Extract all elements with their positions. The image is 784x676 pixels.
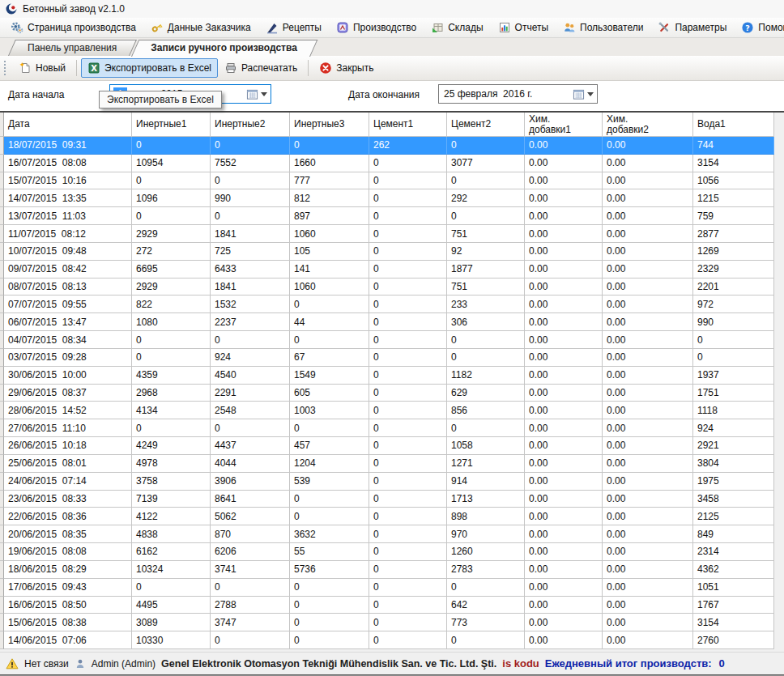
- table-cell[interactable]: 0: [447, 349, 525, 367]
- table-cell[interactable]: 0: [211, 137, 290, 155]
- table-cell[interactable]: 4978: [132, 455, 211, 473]
- table-cell[interactable]: 6433: [211, 261, 290, 278]
- table-cell[interactable]: 0: [290, 508, 369, 525]
- table-cell[interactable]: 5736: [290, 561, 369, 579]
- table-cell[interactable]: 0.00: [525, 367, 603, 385]
- table-cell[interactable]: 924: [211, 349, 290, 367]
- table-cell[interactable]: 06/07/2015 13:47: [4, 313, 132, 331]
- chevron-down-icon[interactable]: [587, 92, 594, 100]
- table-cell[interactable]: 1751: [693, 385, 774, 402]
- table-cell[interactable]: 0: [447, 631, 525, 649]
- table-cell[interactable]: 6206: [211, 543, 290, 561]
- table-cell[interactable]: 1182: [447, 367, 525, 385]
- table-cell[interactable]: 0.00: [525, 349, 603, 367]
- table-cell[interactable]: 4249: [132, 437, 211, 455]
- table-cell[interactable]: 0.00: [603, 473, 693, 491]
- column-header[interactable]: Инертные1: [132, 113, 211, 137]
- table-cell[interactable]: 67: [290, 349, 369, 367]
- new-button[interactable]: Новый: [12, 58, 72, 78]
- table-cell[interactable]: 3804: [693, 455, 774, 473]
- table-cell[interactable]: 1204: [290, 455, 369, 473]
- table-cell[interactable]: 1549: [290, 367, 369, 385]
- table-cell[interactable]: 3741: [211, 561, 290, 579]
- menu-item-reports[interactable]: Отчеты: [491, 19, 556, 36]
- table-cell[interactable]: 0: [290, 295, 369, 313]
- table-cell[interactable]: 29/06/2015 08:37: [4, 385, 132, 402]
- table-cell[interactable]: 0: [369, 261, 447, 278]
- table-cell[interactable]: 1660: [290, 155, 369, 172]
- table-cell[interactable]: 0.00: [603, 491, 693, 508]
- table-cell[interactable]: 10324: [132, 561, 211, 579]
- table-cell[interactable]: 0: [369, 473, 447, 491]
- chevron-down-icon[interactable]: [261, 92, 267, 100]
- table-cell[interactable]: 0.00: [603, 172, 693, 190]
- table-cell[interactable]: 0.00: [603, 295, 693, 313]
- table-cell[interactable]: 0: [211, 331, 290, 349]
- table-cell[interactable]: 1215: [693, 189, 774, 207]
- table-cell[interactable]: 30/06/2015 10:00: [4, 367, 132, 385]
- table-cell[interactable]: 2201: [693, 278, 774, 296]
- table-cell[interactable]: 751: [447, 278, 525, 296]
- table-cell[interactable]: 1841: [211, 278, 290, 296]
- table-cell[interactable]: 92: [447, 243, 525, 261]
- table-cell[interactable]: 0: [447, 331, 525, 349]
- table-cell[interactable]: 16/07/2015 08:08: [4, 155, 132, 172]
- table-cell[interactable]: 898: [447, 508, 525, 525]
- table-cell[interactable]: 2237: [211, 313, 290, 331]
- table-cell[interactable]: 0.00: [603, 367, 693, 385]
- table-cell[interactable]: 55: [290, 543, 369, 561]
- table-cell[interactable]: 0.00: [525, 543, 603, 561]
- table-cell[interactable]: 0: [211, 631, 290, 649]
- table-cell[interactable]: 0.00: [603, 631, 693, 649]
- table-cell[interactable]: 0: [369, 155, 447, 172]
- table-cell[interactable]: 44: [290, 313, 369, 331]
- table-cell[interactable]: 13/07/2015 11:03: [4, 207, 132, 225]
- table-cell[interactable]: 0: [369, 631, 447, 649]
- table-cell[interactable]: 0: [369, 614, 447, 631]
- table-cell[interactable]: 0.00: [525, 172, 603, 190]
- table-cell[interactable]: 0: [290, 491, 369, 508]
- table-cell[interactable]: 3632: [290, 525, 369, 543]
- table-cell[interactable]: 0.00: [525, 491, 603, 508]
- table-cell[interactable]: 0: [447, 207, 525, 225]
- table-cell[interactable]: 0.00: [525, 137, 603, 155]
- table-cell[interactable]: 0.00: [603, 225, 693, 243]
- table-cell[interactable]: 1271: [447, 455, 525, 473]
- table-cell[interactable]: 0: [447, 137, 525, 155]
- menu-item-parameters[interactable]: Параметры: [650, 19, 734, 36]
- table-cell[interactable]: 0: [369, 385, 447, 402]
- table-cell[interactable]: 0.00: [525, 508, 603, 525]
- table-cell[interactable]: 28/06/2015 14:52: [4, 402, 132, 419]
- table-cell[interactable]: 4838: [132, 525, 211, 543]
- table-cell[interactable]: 3077: [447, 155, 525, 172]
- table-cell[interactable]: 0.00: [525, 278, 603, 296]
- table-cell[interactable]: 272: [132, 243, 211, 261]
- table-cell[interactable]: 306: [447, 313, 525, 331]
- table-cell[interactable]: 751: [447, 225, 525, 243]
- table-cell[interactable]: 0: [132, 172, 211, 190]
- table-cell[interactable]: 0.00: [603, 508, 693, 525]
- table-cell[interactable]: 2125: [693, 508, 774, 525]
- menu-item-users[interactable]: Пользователи: [556, 19, 650, 36]
- table-cell[interactable]: 0: [132, 331, 211, 349]
- table-cell[interactable]: 970: [447, 525, 525, 543]
- table-cell[interactable]: 0: [369, 349, 447, 367]
- table-cell[interactable]: 03/07/2015 09:28: [4, 349, 132, 367]
- table-cell[interactable]: 1877: [447, 261, 525, 278]
- column-header[interactable]: Цемент1: [369, 113, 447, 137]
- table-cell[interactable]: 5062: [211, 508, 290, 525]
- table-cell[interactable]: 0: [369, 278, 447, 296]
- table-cell[interactable]: 0.00: [603, 331, 693, 349]
- table-cell[interactable]: 4495: [132, 597, 211, 614]
- table-cell[interactable]: 1060: [290, 278, 369, 296]
- table-cell[interactable]: 20/06/2015 08:35: [4, 525, 132, 543]
- table-cell[interactable]: 759: [693, 207, 774, 225]
- table-cell[interactable]: 15/06/2015 08:38: [4, 614, 132, 631]
- table-cell[interactable]: 25/06/2015 08:01: [4, 455, 132, 473]
- table-cell[interactable]: 0: [447, 172, 525, 190]
- table-cell[interactable]: 0.00: [525, 614, 603, 631]
- table-cell[interactable]: 3906: [211, 473, 290, 491]
- table-cell[interactable]: 725: [211, 243, 290, 261]
- table-cell[interactable]: 0: [132, 349, 211, 367]
- table-cell[interactable]: 0: [693, 331, 774, 349]
